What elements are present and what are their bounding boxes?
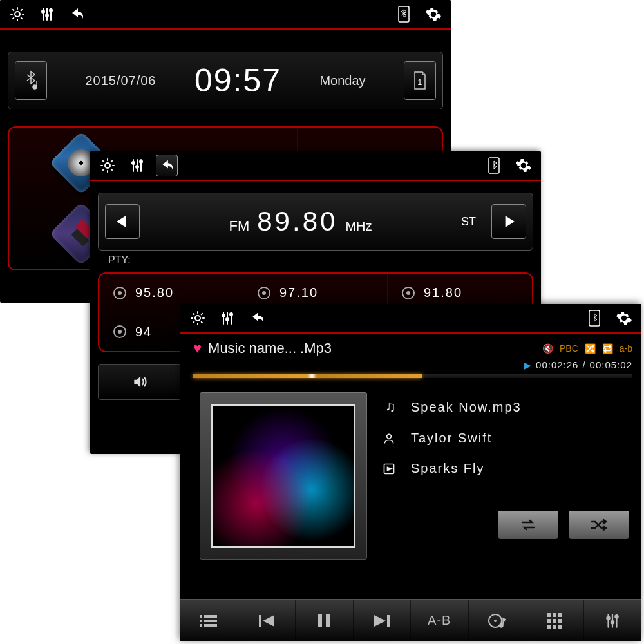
player-body: ♫ Speak Now.mp3 Taylor Swift Sparks Fly [180,388,641,566]
svg-rect-21 [204,615,217,618]
brightness-icon[interactable] [187,307,209,329]
time-elapsed: 00:02:26 [536,359,578,370]
repeat-indicator-icon: 🔁 [602,343,613,354]
antenna-icon [113,325,126,338]
pause-button[interactable] [296,600,354,641]
band-label: FM [229,218,250,234]
antenna-icon [258,287,270,299]
playlist-button[interactable] [180,600,238,641]
pty-label: PTY: [108,254,541,266]
album-art-frame [200,392,367,560]
svg-rect-31 [553,613,556,617]
artist-name: Taylor Swift [411,431,492,446]
favorite-icon[interactable]: ♥ [193,340,202,357]
track-name: Speak Now.mp3 [411,400,522,415]
clock-panel: 2015/07/06 09:57 Monday 1 [8,52,443,109]
svg-rect-38 [558,625,562,629]
grid-button[interactable] [526,600,584,641]
svg-point-16 [387,434,392,439]
svg-point-40 [611,621,614,623]
ab-repeat-button[interactable]: A-B [411,600,469,641]
antenna-icon [113,287,126,299]
bluetooth-phone-icon[interactable] [583,307,605,329]
track-line: ♫ Speak Now.mp3 [383,399,629,415]
progress-fill [193,374,422,378]
svg-point-5 [33,85,37,89]
disc-music-button[interactable] [469,600,527,641]
back-icon[interactable] [246,307,268,329]
time-row: ▶ 00:02:26/00:05:02 [180,359,641,374]
settings-icon[interactable] [613,307,635,329]
stereo-indicator: ST [461,215,476,229]
back-icon[interactable] [66,3,88,25]
svg-point-3 [50,9,52,12]
svg-rect-33 [547,619,551,623]
svg-point-7 [132,162,135,164]
preset-1-freq: 95.80 [135,285,174,300]
svg-rect-36 [547,625,551,629]
repeat-button[interactable] [498,511,558,539]
tune-up-button[interactable] [491,204,526,239]
shuffle-button[interactable] [569,511,629,539]
settings-icon[interactable] [513,155,535,176]
svg-rect-30 [547,613,551,617]
preset-2-freq: 97.10 [279,285,318,300]
preset-3-freq: 91.80 [424,285,462,300]
preset-4-freq: 94 [135,325,152,339]
settings-icon[interactable] [422,3,444,25]
svg-rect-23 [204,624,217,627]
radio-tuner-panel: FM 89.80 MHz ST [98,193,533,251]
bluetooth-phone-icon[interactable] [393,3,415,25]
svg-point-29 [494,620,497,622]
brightness-icon[interactable] [6,3,28,25]
bluetooth-music-button[interactable] [15,61,47,100]
ab-indicator: a-b [620,343,632,354]
svg-point-1 [42,10,44,13]
album-icon [383,462,399,475]
player-screen: ♥ Music name... .Mp3 🔇 PBC 🔀 🔁 a-b ▶ 00:… [180,304,641,641]
play-indicator-icon: ▶ [524,360,532,370]
time-label: 09:57 [194,62,281,99]
person-icon [383,432,399,445]
svg-rect-22 [204,620,217,622]
svg-point-41 [616,615,618,618]
equalizer-icon[interactable] [216,307,238,329]
equalizer-icon[interactable] [126,155,148,176]
date-label: 2015/07/06 [85,73,156,88]
svg-rect-37 [553,625,556,629]
equalizer-icon[interactable] [36,3,58,25]
svg-point-12 [222,314,225,317]
svg-rect-34 [553,619,556,623]
page-indicator-button[interactable]: 1 [404,61,436,100]
brightness-icon[interactable] [97,155,118,176]
back-icon[interactable] [156,155,178,176]
now-playing-file: Music name... .Mp3 [208,340,536,357]
time-total: 00:05:02 [590,359,632,370]
eq-button[interactable] [584,600,642,641]
svg-point-0 [15,12,20,17]
svg-point-8 [136,166,138,168]
player-status-bar [180,304,641,334]
tune-down-button[interactable] [105,204,140,239]
track-metadata: ♫ Speak Now.mp3 Taylor Swift Sparks Fly [383,392,629,560]
svg-point-39 [607,616,610,619]
progress-bar[interactable] [193,374,632,378]
music-note-icon: ♫ [383,399,399,415]
bluetooth-phone-icon[interactable] [483,155,505,176]
player-actions [383,511,629,539]
svg-point-14 [230,313,232,316]
prev-button[interactable] [238,600,296,641]
next-button[interactable] [354,600,412,641]
svg-rect-20 [200,624,202,627]
svg-rect-32 [558,613,562,617]
play-mode-indicators: 🔇 PBC 🔀 🔁 a-b [542,343,632,354]
volume-button[interactable] [98,364,182,400]
shuffle-indicator-icon: 🔀 [585,343,596,354]
frequency-value: 89.80 [257,206,337,237]
svg-rect-27 [387,615,390,627]
artist-line: Taylor Swift [383,431,629,446]
svg-point-9 [140,160,142,163]
pbc-indicator: PBC [560,343,578,354]
now-playing-row: ♥ Music name... .Mp3 🔇 PBC 🔀 🔁 a-b [180,334,641,359]
svg-rect-18 [200,615,202,618]
